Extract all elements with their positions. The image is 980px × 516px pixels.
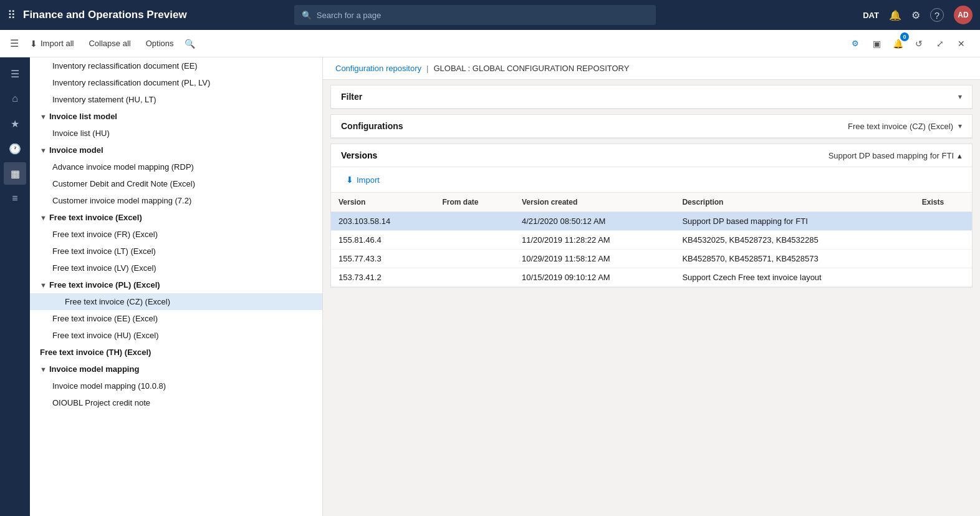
collapse-all-button[interactable]: Collapse all xyxy=(82,36,137,51)
tree-item[interactable]: ▼Free text invoice (Excel) xyxy=(30,209,322,226)
import-all-label: Import all xyxy=(41,39,74,48)
tree-item[interactable]: Free text invoice (LT) (Excel) xyxy=(30,243,322,260)
tree-item[interactable]: Inventory statement (HU, LT) xyxy=(30,91,322,108)
col-version-created: Version created xyxy=(514,193,675,212)
options-button[interactable]: Options xyxy=(140,36,180,51)
search-bar[interactable]: 🔍 Search for a page xyxy=(294,5,656,25)
tree-item[interactable]: Invoice model mapping (10.0.8) xyxy=(30,377,322,394)
tree-expand-icon: ▼ xyxy=(40,147,47,154)
tree-item[interactable]: ▼Invoice model xyxy=(30,142,322,158)
cell-description: Support DP based mapping for FTI xyxy=(675,212,914,231)
configurations-title: Configurations xyxy=(341,121,403,131)
versions-table: Version From date Version created Descri… xyxy=(331,193,972,287)
tree-item[interactable]: Free text invoice (HU) (Excel) xyxy=(30,327,322,344)
tree-expand-icon: ▼ xyxy=(40,281,47,289)
notification-badge: 0 xyxy=(900,32,909,41)
configurations-chevron: ▾ xyxy=(958,122,962,130)
notification-icon[interactable]: 🔔 0 xyxy=(889,35,906,52)
filter-section: Filter ▾ xyxy=(330,85,973,109)
selected-config-label: Free text invoice (CZ) (Excel) xyxy=(848,122,953,131)
cell-version: 155.81.46.4 xyxy=(331,231,435,250)
tree-item[interactable]: Free text invoice (LV) (Excel) xyxy=(30,260,322,276)
tree-item[interactable]: Inventory reclassification document (PL,… xyxy=(30,74,322,91)
breadcrumb-current: GLOBAL : GLOBAL CONFIGURATION REPOSITORY xyxy=(433,64,629,73)
gear-icon[interactable]: ⚙ xyxy=(911,9,920,21)
tree-item[interactable]: ▼Invoice model mapping xyxy=(30,361,322,377)
tree-item[interactable]: Free text invoice (TH) (Excel) xyxy=(30,344,322,361)
sidebar-home-icon[interactable]: ⌂ xyxy=(4,87,26,110)
tree-item[interactable]: Customer Debit and Credit Note (Excel) xyxy=(30,175,322,192)
table-row[interactable]: 153.73.41.210/15/2019 09:10:12 AMSupport… xyxy=(331,268,972,287)
tree-item[interactable]: Advance invoice model mapping (RDP) xyxy=(30,158,322,175)
filter-chevron: ▾ xyxy=(958,92,962,101)
refresh-icon[interactable]: ↺ xyxy=(910,35,928,52)
layout-icon[interactable]: ▣ xyxy=(868,35,885,52)
cell-version: 155.77.43.3 xyxy=(331,250,435,268)
versions-right: Support DP based mapping for FTI ▴ xyxy=(829,151,962,160)
cell-exists xyxy=(915,250,972,268)
sidebar-recent-icon[interactable]: 🕐 xyxy=(4,137,26,160)
configurations-section-header[interactable]: Configurations Free text invoice (CZ) (E… xyxy=(331,115,972,138)
expand-icon[interactable]: ⤢ xyxy=(931,35,949,52)
filter-title: Filter xyxy=(341,92,362,102)
versions-selected-label: Support DP based mapping for FTI xyxy=(829,151,954,160)
tree-item[interactable]: Free text invoice (CZ) (Excel) xyxy=(30,293,322,310)
cell-version_created: 10/29/2019 11:58:12 AM xyxy=(514,250,675,268)
versions-header: Versions Support DP based mapping for FT… xyxy=(331,144,972,167)
hamburger-icon[interactable]: ☰ xyxy=(10,37,19,49)
main-layout: ☰ ⌂ ★ 🕐 ▦ ≡ Inventory reclassification d… xyxy=(0,57,980,516)
toolbar-search-icon[interactable]: 🔍 xyxy=(185,39,195,49)
col-version: Version xyxy=(331,193,435,212)
breadcrumb-separator: | xyxy=(426,64,428,73)
import-icon: ⬇ xyxy=(30,39,37,49)
avatar[interactable]: AD xyxy=(954,6,973,24)
col-description: Description xyxy=(675,193,914,212)
cell-version_created: 10/15/2019 09:10:12 AM xyxy=(514,268,675,287)
col-exists: Exists xyxy=(915,193,972,212)
tree-item[interactable]: OIOUBL Project credit note xyxy=(30,394,322,411)
search-icon: 🔍 xyxy=(302,11,312,20)
top-nav: ⠿ Finance and Operations Preview 🔍 Searc… xyxy=(0,0,980,30)
import-arrow-icon: ⬇ xyxy=(346,175,353,185)
tree-item[interactable]: Free text invoice (EE) (Excel) xyxy=(30,310,322,327)
tree-item[interactable]: Customer invoice model mapping (7.2) xyxy=(30,192,322,209)
app-grid-icon[interactable]: ⠿ xyxy=(7,8,16,22)
cell-description: KB4532025, KB4528723, KB4532285 xyxy=(675,231,914,250)
cell-from_date xyxy=(435,250,514,268)
cell-version_created: 4/21/2020 08:50:12 AM xyxy=(514,212,675,231)
bell-icon[interactable]: 🔔 xyxy=(889,9,901,21)
cell-exists xyxy=(915,231,972,250)
options-label: Options xyxy=(146,39,174,48)
sidebar-favorite-icon[interactable]: ★ xyxy=(4,112,26,135)
tree-item[interactable]: ▼Invoice list model xyxy=(30,108,322,125)
help-icon[interactable]: ? xyxy=(930,8,944,22)
tree-item[interactable]: Free text invoice (FR) (Excel) xyxy=(30,226,322,243)
versions-chevron-up: ▴ xyxy=(958,151,962,160)
sidebar-icons: ☰ ⌂ ★ 🕐 ▦ ≡ xyxy=(0,57,30,516)
breadcrumb-parent[interactable]: Configuration repository xyxy=(335,64,421,73)
import-all-button[interactable]: ⬇ Import all xyxy=(24,36,80,52)
sidebar-report-icon[interactable]: ≡ xyxy=(4,187,26,210)
tree-item[interactable]: Inventory reclassification document (EE) xyxy=(30,57,322,74)
versions-section: Versions Support DP based mapping for FT… xyxy=(330,144,973,288)
content-panel: Configuration repository | GLOBAL : GLOB… xyxy=(323,57,980,516)
table-row[interactable]: 203.103.58.144/21/2020 08:50:12 AMSuppor… xyxy=(331,212,972,231)
personalize-icon[interactable]: ⚙ xyxy=(847,35,864,52)
sidebar-menu-icon[interactable]: ☰ xyxy=(4,62,26,85)
cell-from_date xyxy=(435,268,514,287)
toolbar-right: ⚙ ▣ 🔔 0 ↺ ⤢ ✕ xyxy=(847,35,970,52)
cell-version_created: 11/20/2019 11:28:22 AM xyxy=(514,231,675,250)
import-button[interactable]: ⬇ Import xyxy=(339,171,387,188)
tree-item[interactable]: ▼Free text invoice (PL) (Excel) xyxy=(30,276,322,293)
search-placeholder: Search for a page xyxy=(317,11,381,20)
table-row[interactable]: 155.81.46.411/20/2019 11:28:22 AMKB45320… xyxy=(331,231,972,250)
breadcrumb: Configuration repository | GLOBAL : GLOB… xyxy=(323,57,980,80)
tree-item[interactable]: Invoice list (HU) xyxy=(30,125,322,142)
col-from-date: From date xyxy=(435,193,514,212)
cell-exists xyxy=(915,268,972,287)
table-row[interactable]: 155.77.43.310/29/2019 11:58:12 AMKB45285… xyxy=(331,250,972,268)
filter-section-header[interactable]: Filter ▾ xyxy=(331,85,972,109)
close-panel-icon[interactable]: ✕ xyxy=(953,35,970,52)
tree-expand-icon: ▼ xyxy=(40,366,47,373)
sidebar-list-icon[interactable]: ▦ xyxy=(4,162,26,185)
